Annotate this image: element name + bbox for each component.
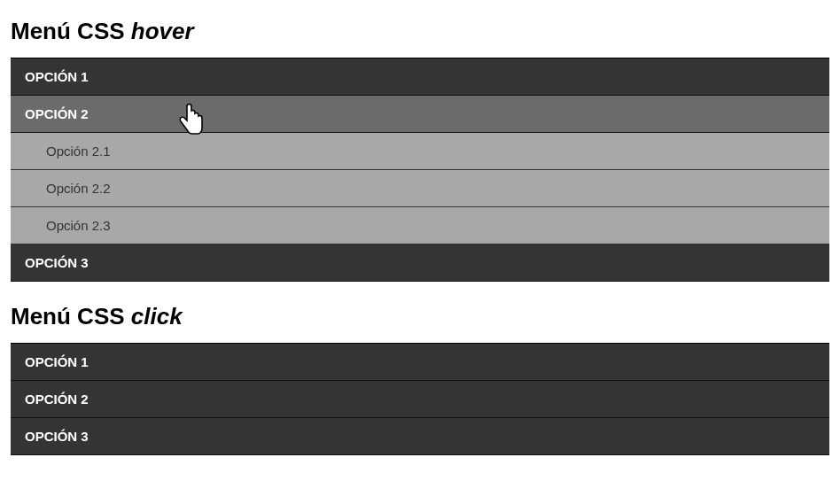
menu-click-item-1-label: OPCIÓN 1 (25, 354, 89, 369)
menu-hover-item-1-label: OPCIÓN 1 (25, 69, 89, 84)
menu-click-item-1[interactable]: OPCIÓN 1 (11, 344, 829, 381)
menu-click-item-2[interactable]: OPCIÓN 2 (11, 381, 829, 418)
pointer-hand-icon (177, 103, 206, 136)
menu-hover-subitem-2-1[interactable]: Opción 2.1 (11, 133, 829, 170)
menu-hover-item-2[interactable]: OPCIÓN 2 (11, 96, 829, 133)
menu-hover-item-3[interactable]: OPCIÓN 3 (11, 244, 829, 282)
menu-hover: OPCIÓN 1 OPCIÓN 2 Opción 2.1 Opción 2.2 … (11, 58, 829, 282)
menu-click-item-2-label: OPCIÓN 2 (25, 392, 89, 407)
menu-click-item-3[interactable]: OPCIÓN 3 (11, 418, 829, 455)
menu-hover-subitem-2-2-label: Opción 2.2 (46, 181, 111, 196)
menu-hover-item-1[interactable]: OPCIÓN 1 (11, 58, 829, 96)
heading-click: Menú CSS click (11, 303, 829, 330)
menu-hover-subitem-2-2[interactable]: Opción 2.2 (11, 170, 829, 207)
menu-hover-subitem-2-1-label: Opción 2.1 (46, 143, 111, 159)
heading-click-emphasis: click (131, 303, 183, 330)
menu-hover-item-3-label: OPCIÓN 3 (25, 255, 89, 270)
menu-hover-item-2-label: OPCIÓN 2 (25, 106, 89, 121)
heading-click-text: Menú CSS (11, 303, 131, 330)
heading-hover-emphasis: hover (131, 18, 194, 44)
menu-click-item-3-label: OPCIÓN 3 (25, 429, 89, 444)
heading-hover: Menú CSS hover (11, 18, 829, 45)
heading-hover-text: Menú CSS (11, 18, 131, 44)
menu-hover-subitem-2-3[interactable]: Opción 2.3 (11, 207, 829, 244)
menu-click: OPCIÓN 1 OPCIÓN 2 OPCIÓN 3 (11, 343, 829, 455)
menu-hover-subitem-2-3-label: Opción 2.3 (46, 218, 111, 233)
